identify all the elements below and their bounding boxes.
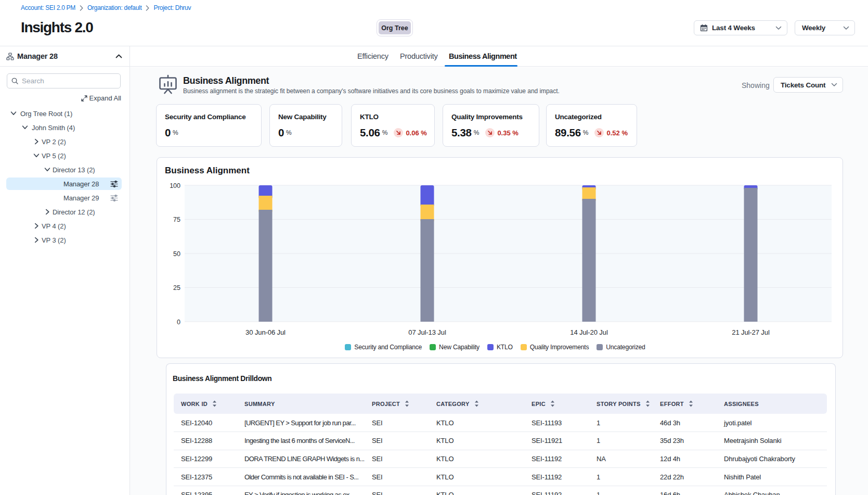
svg-text:50: 50 <box>173 250 180 258</box>
svg-text:21 Jul-27 Jul: 21 Jul-27 Jul <box>732 328 770 336</box>
svg-text:07 Jul-13 Jul: 07 Jul-13 Jul <box>408 328 446 336</box>
svg-text:25: 25 <box>173 284 180 291</box>
svg-text:14 Jul-20 Jul: 14 Jul-20 Jul <box>570 328 608 336</box>
svg-text:0: 0 <box>177 319 180 326</box>
svg-text:30 Jun-06 Jul: 30 Jun-06 Jul <box>245 328 286 336</box>
svg-text:75: 75 <box>173 216 180 223</box>
svg-text:100: 100 <box>170 182 180 189</box>
